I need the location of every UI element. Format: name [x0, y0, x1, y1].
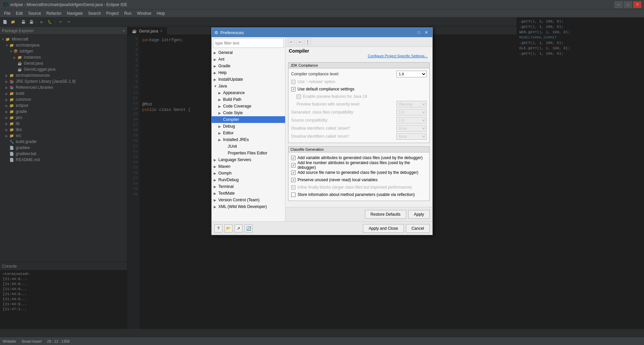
arrow-icon: ▶	[218, 105, 223, 108]
store-method-params-checkbox[interactable]	[291, 193, 296, 197]
status-writable: Writable	[3, 339, 16, 343]
pref-item-properties-files-editor[interactable]: Properties Files Editor	[212, 150, 285, 156]
apply-button[interactable]: Apply	[408, 210, 430, 219]
menu-file[interactable]: File	[1, 10, 13, 16]
preview-features-checkbox[interactable]	[297, 94, 301, 99]
preserve-unused-checkbox[interactable]	[291, 178, 296, 182]
add-line-numbers-row: Add line number attributes to generated …	[291, 162, 427, 168]
pref-item-debug[interactable]: ▶Debug	[212, 123, 285, 130]
arrow-icon: ▶	[218, 138, 223, 142]
jdk-compliance-content: Compiler compliance level: 1.8 1.6 1.7 9…	[288, 68, 429, 143]
pref-item-version-control[interactable]: ▶Version Control (Team)	[212, 197, 285, 203]
generated-class-select[interactable]: 1.8	[396, 109, 427, 116]
menu-source[interactable]: Source	[25, 10, 44, 16]
cancel-button[interactable]: Cancel	[406, 224, 430, 233]
pref-item-editor[interactable]: ▶Editor	[212, 130, 285, 136]
compliance-level-row: Compiler compliance level: 1.8 1.6 1.7 9…	[291, 70, 427, 78]
restore-defaults-button[interactable]: Restore Defaults	[365, 210, 406, 219]
pref-item-language-servers[interactable]: ▶Language Servers	[212, 156, 285, 163]
import-icon-button[interactable]: ↗	[234, 224, 243, 232]
inline-finally-checkbox[interactable]	[291, 185, 296, 190]
status-bar: Writable Smart Insert 28 : 12 : 1358	[0, 337, 644, 345]
arrow-icon: ▶	[218, 118, 223, 122]
pref-item-code-style[interactable]: ▶Code Style	[212, 110, 285, 116]
pref-item-junit[interactable]: JUnit	[212, 143, 285, 150]
preferences-dialog: ⚙ Preferences □ ✕ ▶General ▶Ant	[211, 27, 433, 235]
menu-help[interactable]: Help	[154, 10, 168, 16]
use-release-checkbox[interactable]	[291, 80, 296, 84]
title-controls: ─ □ ✕	[614, 1, 641, 8]
disallow-assert-select[interactable]: Error	[396, 125, 427, 132]
store-method-params-label: Store information about method parameter…	[298, 192, 415, 197]
configure-project-link[interactable]: Configure Project Specific Settings...	[366, 53, 429, 59]
help-icon-button[interactable]: ?	[214, 224, 222, 232]
pref-item-terminal[interactable]: ▶Terminal	[212, 183, 285, 190]
pref-item-appearance[interactable]: ▶Appearance	[212, 89, 285, 96]
preview-severity-select[interactable]: Warning	[396, 101, 427, 108]
preferences-content-header: ← → ⋮	[285, 37, 432, 47]
menu-navigate[interactable]: Navigate	[64, 10, 85, 16]
compliance-level-select[interactable]: 1.8 1.6 1.7 9 10 11	[396, 71, 427, 77]
menu-window[interactable]: Window	[134, 10, 154, 16]
dialog-bottom-left: ? 📂 ↗ 🔄	[214, 224, 253, 232]
dialog-close-button[interactable]: ✕	[423, 29, 430, 36]
arrow-icon: ▶	[218, 125, 223, 128]
compiler-title: Compiler	[289, 48, 429, 54]
pref-item-installed-jres[interactable]: ▶Installed JREs	[212, 136, 285, 143]
arrow-icon: ▶	[214, 171, 218, 175]
pref-item-gradle[interactable]: ▶Gradle	[212, 63, 285, 69]
preview-features-label: Enable preview features for Java 19	[303, 94, 367, 99]
pref-item-compiler[interactable]: ▶Compiler	[212, 116, 285, 123]
menu-edit[interactable]: Edit	[13, 10, 25, 16]
pref-item-ant[interactable]: ▶Ant	[212, 56, 285, 63]
pref-item-xml[interactable]: ▶XML (Wild Web Developer)	[212, 203, 285, 210]
add-line-numbers-checkbox[interactable]	[291, 163, 296, 167]
add-source-file-checkbox[interactable]	[291, 170, 296, 175]
arrow-icon: ▼	[214, 84, 218, 88]
arrow-icon: ▶	[214, 198, 218, 202]
nav-menu-button[interactable]: ⋮	[304, 39, 311, 45]
pref-item-build-path[interactable]: ▶Build Path	[212, 96, 285, 103]
window-title: eclipse - Minecraft/src/main/java/lotrfg…	[10, 2, 614, 7]
arrow-icon: ▶	[214, 165, 218, 168]
menu-refactor[interactable]: Refactor	[44, 10, 64, 16]
pref-item-install[interactable]: ▶Install/Update	[212, 76, 285, 83]
pref-item-textmate[interactable]: ▶TextMate	[212, 190, 285, 197]
menu-project[interactable]: Project	[104, 10, 121, 16]
menu-search[interactable]: Search	[86, 10, 104, 16]
maximize-button[interactable]: □	[624, 1, 632, 8]
preferences-icon: ⚙	[214, 30, 218, 35]
apply-and-close-button[interactable]: Apply and Close	[363, 224, 404, 233]
content-title-row: Compiler	[285, 47, 432, 54]
export-icon-button[interactable]: 📂	[224, 224, 232, 232]
close-button[interactable]: ✕	[633, 1, 641, 8]
pref-item-help[interactable]: ▶Help	[212, 69, 285, 76]
source-compat-select[interactable]: 1.8	[396, 117, 427, 124]
use-default-checkbox[interactable]	[291, 87, 296, 91]
use-default-label: Use default compliance settings	[298, 87, 354, 91]
arrow-icon: ▶	[214, 64, 218, 68]
menu-run[interactable]: Run	[121, 10, 134, 16]
dialog-title-buttons: □ ✕	[416, 29, 430, 36]
arrow-icon: ▶	[214, 58, 218, 61]
pref-item-maven[interactable]: ▶Maven	[212, 163, 285, 170]
nav-back-button[interactable]: ←	[288, 39, 295, 45]
preview-severity-row: Preview features with severity level: Wa…	[291, 100, 427, 108]
disallow-enum-select[interactable]: Error	[396, 133, 427, 140]
pref-item-code-coverage[interactable]: ▶Code Coverage	[212, 103, 285, 110]
pref-item-run-debug[interactable]: ▶Run/Debug	[212, 177, 285, 183]
minimize-button[interactable]: ─	[614, 1, 623, 8]
arrow-icon: ▶	[214, 71, 218, 75]
pref-item-general[interactable]: ▶General	[212, 49, 285, 56]
disallow-assert-label: Disallow identifiers called 'assert':	[291, 126, 396, 131]
pref-item-java[interactable]: ▼Java	[212, 83, 285, 89]
nav-fwd-button[interactable]: →	[296, 39, 303, 45]
disallow-enum-row: Disallow identifiers called 'enum': Erro…	[291, 133, 427, 140]
add-variable-attrs-checkbox[interactable]	[291, 156, 296, 160]
preview-features-row: Enable preview features for Java 19	[291, 93, 427, 100]
dialog-maximize-button[interactable]: □	[416, 29, 422, 36]
arrow-icon: ▶	[218, 98, 223, 101]
pref-item-oomph[interactable]: ▶Oomph	[212, 170, 285, 177]
filter-input[interactable]	[213, 39, 284, 48]
refresh-icon-button[interactable]: 🔄	[245, 224, 253, 232]
